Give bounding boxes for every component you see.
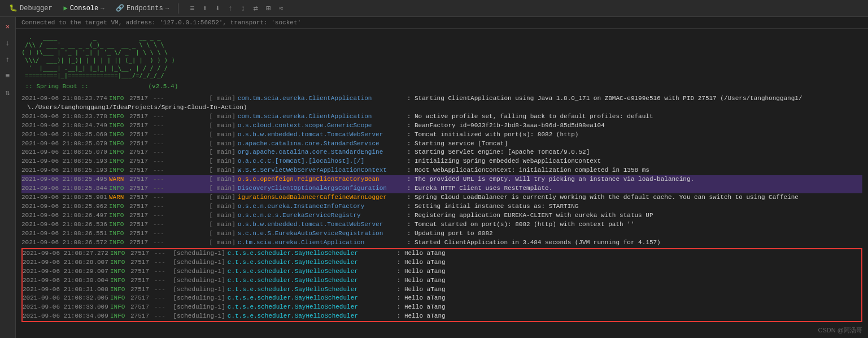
log-level: INFO [110,258,130,267]
log-date: 2021-09-06 21:08:27.272 [23,249,110,258]
log-class: o.apache.catalina.core.StandardService [238,140,407,149]
log-class: c.t.s.e.scheduler.SayHelloScheduler [228,258,397,267]
log-date: 2021-09-06 21:08:25.070 [21,148,109,157]
log-class-eureka-reg: s.c.n.e.S.EurekaAutoServiceRegistration [238,229,407,239]
log-pid: 27517 [129,131,153,140]
log-level: INFO [109,220,129,229]
scheduler-log-line: 2021-09-06 21:08:32.005 INFO 27517 --- [… [23,294,861,303]
console-content[interactable]: . ____ _ __ _ _ /\\ / ___'_ __ _ _(_)_ _… [16,29,868,336]
log-thread: [ main] [164,157,238,166]
log-msg: : Root WebApplicationContext: initializa… [407,166,649,175]
arrows-icon[interactable]: ↕ [238,3,247,14]
log-msg: : Starting service [Tomcat] [407,140,508,149]
log-msg: : Spring Cloud LoadBalancer is currently… [407,193,799,202]
log-pid: 27517 [130,267,154,276]
toolbar-actions: ≡ ⬆ ⬇ ↑ ↕ ⇄ ⊞ ≈ [187,2,285,14]
grid-icon[interactable]: ⊞ [264,2,273,14]
scheduler-log-line: 2021-09-06 21:08:31.008 INFO 27517 --- [… [23,285,861,294]
close-sidebar-icon[interactable]: ✕ [4,20,12,33]
tab-debugger[interactable]: 🐛 Debugger [5,2,57,15]
log-level: INFO [110,276,130,285]
log-date: 2021-09-06 21:08:25.495 [21,175,109,184]
log-sep: --- [153,140,164,149]
log-level: INFO [109,184,129,193]
log-class: c.t.s.e.scheduler.SayHelloScheduler [228,294,397,303]
log-thread: [ main] [164,175,238,184]
scheduler-log-line: 2021-09-06 21:08:34.009 INFO 27517 --- [… [23,312,861,321]
log-class: o.s.c.n.eureka.InstanceInfoFactory [238,202,407,211]
log-line: 2021-09-06 21:08:26.572 INFO 27517 --- [… [21,239,862,248]
log-line: 2021-09-06 21:08:23.774 INFO 27517 --- [… [21,94,862,103]
log-class: c.t.s.e.scheduler.SayHelloScheduler [228,267,397,276]
log-msg: : Starting ClientApplication using Java … [407,94,802,103]
log-pid: 27517 [129,112,153,122]
log-level: INFO [109,148,129,157]
scheduler-log-line: 2021-09-06 21:08:33.009 INFO 27517 --- [… [23,303,861,312]
scheduler-log-line: 2021-09-06 21:08:28.007 INFO 27517 --- [… [23,258,861,267]
log-date: 2021-09-06 21:08:26.536 [21,220,109,229]
log-thread: [ main] [164,239,238,248]
tab-console[interactable]: ▶ Console → [59,2,109,15]
log-date: 2021-09-06 21:08:25.193 [21,157,109,166]
log-line: 2021-09-06 21:08:25.193 INFO 27517 --- [… [21,166,862,175]
log-msg: : The provided URL is empty. Will try pi… [407,175,694,184]
log-sep: --- [153,148,164,157]
log-class: o.s.b.w.embedded.tomcat.TomcatWebServer [238,131,407,140]
endpoints-icon: 🔗 [116,4,124,12]
watermark: CSDN @阿汤哥 [818,326,862,335]
filter-sidebar-icon[interactable]: ≡ [4,70,12,82]
log-level: WARN [109,175,129,184]
log-thread: [ main] [164,184,238,193]
log-thread: [scheduling-1] [165,303,228,312]
upload-icon[interactable]: ↑ [226,3,235,14]
log-date: 2021-09-06 21:08:25.962 [21,202,109,211]
log-level: INFO [110,294,130,303]
log-thread: [scheduling-1] [165,285,228,294]
log-date: 2021-09-06 21:08:25.844 [21,184,109,193]
log-msg: : Updating port to 8082 [407,229,493,239]
log-date: 2021-09-06 21:08:32.005 [23,294,110,303]
log-msg: : Tomcat initialized with port(s): 8082 … [407,131,579,140]
log-sep: --- [154,267,165,276]
log-thread: [ main] [164,229,238,239]
log-sep: --- [153,94,164,103]
log-sep: --- [153,175,164,184]
log-line: 2021-09-06 21:08:26.536 INFO 27517 --- [… [21,220,862,229]
log-pid: 27517 [129,239,153,248]
sync-icon[interactable]: ⇄ [251,2,260,14]
scheduler-log-section: 2021-09-06 21:08:27.272 INFO 27517 --- [… [21,248,862,323]
log-date: 2021-09-06 21:08:34.009 [23,312,110,321]
sort-sidebar-icon[interactable]: ⇅ [4,86,12,99]
menu-icon[interactable]: ≡ [187,3,197,14]
debugger-icon: 🐛 [9,4,18,12]
log-msg: : Hello aTang [397,294,446,303]
log-level: INFO [109,239,129,248]
log-line: 2021-09-06 21:08:26.497 INFO 27517 --- [… [21,211,862,220]
log-class: o.s.cloud.context.scope.GenericScope [238,122,407,131]
log-level: INFO [109,202,129,211]
log-level: WARN [109,193,129,202]
log-level: INFO [109,122,129,131]
scroll-up-sidebar-icon[interactable]: ↑ [4,54,12,66]
scroll-down-sidebar-icon[interactable]: ↓ [4,37,12,49]
tab-endpoints[interactable]: 🔗 Endpoints → [111,2,173,15]
scheduler-log-line: 2021-09-06 21:08:27.272 INFO 27517 --- [… [23,249,861,258]
log-level: INFO [110,249,130,258]
scroll-down-icon[interactable]: ⬇ [213,2,222,14]
log-pid: 27517 [129,220,153,229]
settings-icon[interactable]: ≈ [276,3,285,14]
log-pid: 27517 [129,229,153,239]
log-level: INFO [110,312,130,321]
scheduler-log-line: 2021-09-06 21:08:30.004 INFO 27517 --- [… [23,276,861,285]
log-line: 2021-09-06 21:08:25.070 INFO 27517 --- [… [21,148,862,157]
log-pid: 27517 [130,312,154,321]
log-sep: --- [153,131,164,140]
scroll-up-icon[interactable]: ⬆ [200,2,210,14]
log-sep: --- [153,239,164,248]
log-level: INFO [109,157,129,166]
log-sep: --- [154,258,165,267]
tab-debugger-label: Debugger [20,5,53,12]
log-class: c.t.s.e.scheduler.SayHelloScheduler [228,276,397,285]
log-class: com.tm.scia.eureka.ClientApplication [238,94,407,103]
log-sep: --- [153,184,164,193]
